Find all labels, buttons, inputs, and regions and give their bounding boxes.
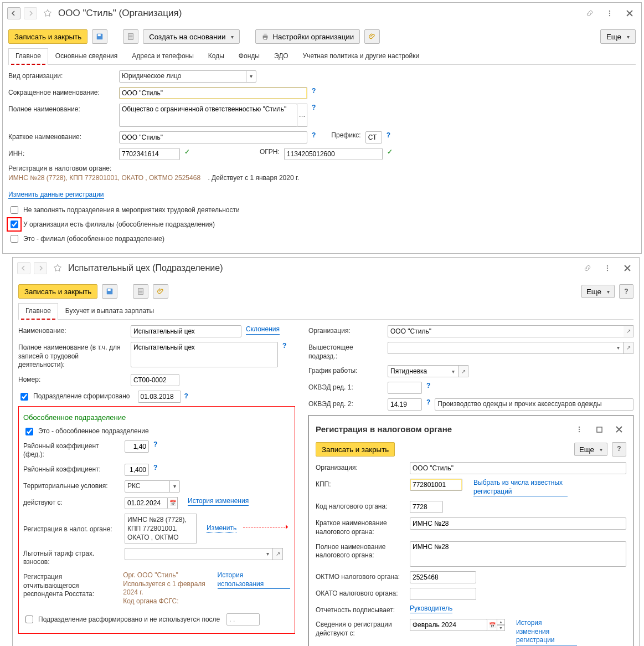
tab-policy[interactable]: Учетная политика и другие настройки [296, 48, 427, 64]
p-okato-input[interactable] [410, 588, 476, 600]
template-button[interactable] [123, 29, 138, 44]
close-icon[interactable] [612, 422, 626, 437]
inn-input[interactable] [119, 148, 180, 160]
short-input[interactable] [119, 87, 307, 99]
link-icon[interactable] [583, 6, 597, 20]
org-settings-button[interactable]: Настройки организации [255, 29, 360, 44]
full-textarea[interactable]: Общество с ограниченной ответственностью… [119, 104, 297, 127]
spinner[interactable]: ▲▼ [497, 619, 505, 631]
p-full-textarea[interactable]: ИМНС №28 [410, 541, 626, 567]
link-icon[interactable] [580, 261, 595, 275]
p-org-input[interactable] [410, 462, 626, 474]
brief-input[interactable] [119, 131, 307, 143]
tariff-input[interactable] [125, 548, 263, 560]
name-input[interactable] [131, 325, 241, 337]
attachment-button[interactable] [153, 284, 168, 299]
cb-has-branches[interactable] [11, 221, 18, 228]
help-icon[interactable]: ? [387, 131, 390, 140]
disbanded-date[interactable] [226, 613, 260, 626]
help-icon[interactable]: ? [282, 342, 286, 351]
tab-funds[interactable]: Фонды [231, 48, 267, 64]
p-valid-input[interactable] [410, 619, 487, 631]
template-button[interactable] [133, 284, 148, 299]
tab-main[interactable]: Главное [18, 303, 58, 319]
chevron-down-icon[interactable]: ▾ [449, 365, 458, 377]
help-icon[interactable]: ? [312, 87, 316, 96]
cb-no-dept[interactable] [11, 206, 18, 214]
rk-fed-input[interactable] [125, 440, 149, 453]
popup-more[interactable]: Еще [574, 443, 607, 456]
full-textarea[interactable]: Испытательный цех [131, 342, 278, 367]
kebab-icon[interactable] [602, 6, 617, 20]
open-icon[interactable]: ↗ [273, 548, 283, 560]
close-icon[interactable] [622, 6, 637, 20]
ellipsis-button[interactable]: … [297, 104, 307, 127]
tab-edo[interactable]: ЭДО [267, 48, 296, 64]
from-date-input[interactable] [125, 497, 168, 509]
formed-date[interactable] [138, 391, 181, 403]
p-signer-link[interactable]: Руководитель [410, 604, 452, 614]
save-close-button[interactable]: Записать и закрыть [8, 29, 87, 44]
tab-accounting[interactable]: Бухучет и выплата зарплаты [58, 303, 161, 319]
history-link[interactable]: История изменения [188, 497, 249, 506]
cb-is-branch[interactable] [11, 235, 18, 243]
maximize-icon[interactable] [592, 422, 606, 437]
r-org-input[interactable] [388, 325, 624, 337]
cb-formed[interactable] [20, 393, 28, 401]
tab-main[interactable]: Главное [8, 48, 48, 64]
terr-select[interactable]: РКС [125, 480, 180, 493]
prefix-input[interactable] [365, 131, 382, 143]
popup-save-close[interactable]: Записать и закрыть [316, 442, 395, 457]
help-icon[interactable]: ? [312, 104, 316, 112]
p-code-input[interactable] [410, 501, 443, 513]
chevron-down-icon[interactable]: ▾ [263, 548, 273, 560]
r-parent-input[interactable] [388, 342, 614, 354]
forward-button[interactable] [24, 7, 37, 19]
close-icon[interactable] [620, 261, 635, 275]
more-button[interactable]: Еще [581, 285, 615, 298]
open-icon[interactable]: ↗ [458, 365, 468, 377]
rosstat-history-link[interactable]: История использования [218, 571, 290, 589]
rk-input[interactable] [125, 464, 149, 476]
back-button[interactable] [17, 262, 30, 274]
star-icon[interactable] [40, 6, 55, 20]
help-icon[interactable]: ? [426, 382, 430, 391]
p-kpp-input[interactable] [410, 479, 462, 491]
forward-button[interactable] [34, 262, 47, 274]
tab-basic[interactable]: Основные сведения [48, 48, 125, 64]
r-okved1-input[interactable] [388, 382, 422, 394]
help-button[interactable]: ? [619, 284, 633, 299]
cb-disbanded[interactable] [25, 616, 33, 623]
change-link[interactable]: Изменить [207, 524, 236, 534]
chevron-down-icon[interactable]: ▾ [614, 342, 624, 354]
kebab-icon[interactable] [600, 261, 615, 275]
create-from-button[interactable]: Создать на основании [143, 29, 240, 44]
number-input[interactable] [131, 374, 179, 386]
help-icon[interactable]: ? [312, 131, 316, 140]
help-icon[interactable]: ? [426, 398, 430, 407]
r-okved2-input[interactable] [388, 398, 422, 411]
change-reg-link[interactable]: Изменить данные регистрации [8, 191, 104, 199]
save-button[interactable] [92, 29, 107, 44]
back-button[interactable] [7, 7, 20, 19]
declension-link[interactable]: Склонения [246, 325, 280, 335]
r-sched-input[interactable] [388, 365, 449, 377]
p-short-input[interactable] [410, 517, 626, 530]
kind-select[interactable]: Юридическое лицо [119, 70, 256, 83]
help-icon[interactable]: ? [153, 440, 157, 449]
help-icon[interactable]: ? [153, 464, 157, 473]
kebab-icon[interactable] [572, 422, 586, 437]
cb-is-obosobl[interactable] [25, 428, 33, 435]
save-close-button[interactable]: Записать и закрыть [18, 284, 97, 299]
help-icon[interactable]: ? [184, 392, 188, 401]
calendar-icon[interactable]: 📅 [487, 619, 497, 631]
save-button[interactable] [102, 284, 117, 299]
tab-addresses[interactable]: Адреса и телефоны [125, 48, 201, 64]
tab-codes[interactable]: Коды [201, 48, 231, 64]
open-icon[interactable]: ↗ [624, 325, 633, 337]
more-button[interactable]: Еще [600, 29, 636, 44]
p-oktmo-input[interactable] [410, 571, 476, 583]
attachment-button[interactable] [364, 29, 380, 44]
calendar-icon[interactable]: 📅 [168, 497, 178, 509]
p-kpp-link[interactable]: Выбрать из числа известных регистраций [473, 479, 568, 496]
